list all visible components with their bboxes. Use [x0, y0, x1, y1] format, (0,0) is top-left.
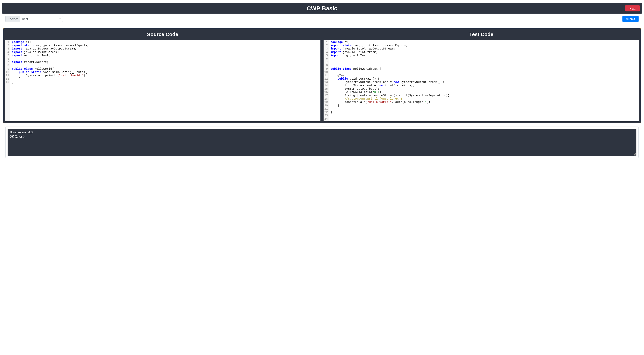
source-code-title: Source Code — [5, 30, 320, 40]
output-line: JUnit version 4.3 — [10, 130, 634, 134]
output-line: OK (1 test) — [10, 134, 634, 139]
source-code-editor[interactable]: 12345678910111213 package p1;import stat… — [5, 40, 320, 121]
toolbar: Theme: neat Submit — [2, 16, 642, 22]
test-code-editor[interactable]: 1234567891011121314151617181920212223242… — [324, 40, 639, 121]
theme-select[interactable]: neat — [20, 16, 63, 22]
theme-select-wrap: neat — [20, 16, 63, 22]
source-code-lines[interactable]: package p1;import static org.junit.Asser… — [10, 40, 320, 121]
test-code-title: Test Code — [324, 30, 639, 40]
test-code-gutter: 1234567891011121314151617181920212223242… — [324, 40, 329, 121]
source-code-gutter: 12345678910111213 — [5, 40, 10, 121]
submit-button[interactable]: Submit — [622, 16, 638, 22]
output-panel-wrap: JUnit version 4.3OK (1 test) — [6, 127, 638, 158]
header-bar: CWP Basic Next — [2, 3, 642, 13]
test-code-lines[interactable]: package p1;import static org.junit.Asser… — [329, 40, 639, 121]
output-box[interactable]: JUnit version 4.3OK (1 test) — [8, 129, 636, 156]
source-code-column: Source Code 12345678910111213 package p1… — [5, 30, 320, 121]
page-title: CWP Basic — [307, 5, 337, 12]
theme-group: Theme: neat — [6, 16, 63, 22]
test-code-column: Test Code 123456789101112131415161718192… — [324, 30, 639, 121]
theme-label: Theme: — [6, 16, 20, 22]
next-button[interactable]: Next — [625, 5, 640, 11]
code-panel: Source Code 12345678910111213 package p1… — [3, 28, 641, 123]
